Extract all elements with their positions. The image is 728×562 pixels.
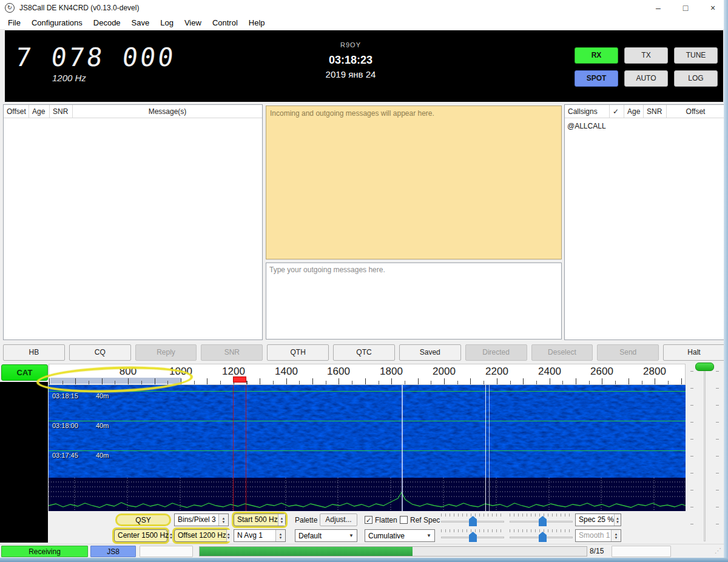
zoom-slider-ticks-right (716, 371, 719, 541)
halt-button[interactable]: Halt (663, 344, 725, 361)
tune-button[interactable]: TUNE (674, 47, 718, 64)
resize-grip-icon[interactable]: ⋰ (715, 547, 721, 555)
chevron-down-icon: ▼ (426, 533, 434, 538)
spinner-arrows-icon[interactable]: ▲▼ (169, 530, 173, 541)
call-activity-header: Callsigns ✓ Age SNR Offset (565, 105, 724, 118)
spinner-arrows-icon[interactable]: ▲▼ (218, 514, 228, 526)
rig-panel: 7 078 000 1200 Hz R9OY 03:18:23 2019 янв… (5, 30, 723, 102)
waterfall-timestamp: 03:17:45 40m (52, 452, 109, 459)
frequency-display[interactable]: 7 078 000 (14, 42, 178, 72)
hb-button[interactable]: HB (3, 344, 65, 361)
tx-button[interactable]: TX (624, 47, 668, 64)
center-frequency-spinner[interactable]: Center 1500 Hz ▲▼ (114, 529, 167, 542)
menu-decode[interactable]: Decode (88, 18, 126, 27)
timestamp-time: 03:18:00 (52, 422, 78, 429)
start-frequency-spinner[interactable]: Start 500 Hz ▲▼ (234, 513, 286, 526)
menu-view[interactable]: View (179, 18, 207, 27)
slider-handle[interactable] (539, 516, 547, 526)
spinner-arrows-icon[interactable]: ▲▼ (275, 530, 285, 541)
adjust-button[interactable]: Adjust... (320, 513, 357, 526)
menu-help[interactable]: Help (243, 18, 271, 27)
col-callsigns[interactable]: Callsigns (565, 105, 610, 118)
utc-date: 2019 янв 24 (260, 69, 442, 79)
col-messages[interactable]: Message(s) (73, 105, 262, 118)
n-avg-spinner[interactable]: N Avg 1 ▲▼ (234, 529, 286, 542)
ref-spec-checkbox[interactable]: Ref Spec (400, 513, 440, 526)
menu-configurations[interactable]: Configurations (26, 18, 88, 27)
checkbox-checked-icon[interactable]: ✓ (365, 516, 372, 524)
menu-save[interactable]: Save (126, 18, 155, 27)
selected-offset-marker[interactable] (233, 376, 246, 383)
app-icon: ↻ (5, 3, 15, 13)
minimize-button[interactable]: – (648, 0, 669, 16)
smooth-spinner: Smooth 1 ▲▼ (575, 529, 621, 542)
cat-status-button[interactable]: CAT (1, 364, 48, 381)
frequency-scale[interactable]: 800 1000 1200 1400 1600 1800 2000 2200 2… (49, 364, 686, 385)
outgoing-message-input[interactable] (266, 263, 562, 340)
interval-line (49, 450, 686, 451)
slider-handle[interactable] (469, 516, 477, 526)
spinner-arrows-icon[interactable]: ▲▼ (278, 514, 285, 526)
spinner-arrows-icon[interactable]: ▲▼ (614, 514, 621, 526)
interval-line (49, 391, 686, 392)
saved-button[interactable]: Saved (399, 344, 461, 361)
tx-rx-progress-bar (199, 546, 587, 557)
band-activity-panel[interactable]: Offset Age SNR Message(s) (3, 104, 263, 340)
zoom-slider-handle[interactable] (695, 363, 714, 371)
window-title: JS8Call DE KN4CRD (v0.13.0-devel) (19, 4, 139, 12)
palette-label: Palette (295, 516, 317, 524)
offset-frequency-spinner[interactable]: Offset 1200 Hz ▲▼ (174, 529, 229, 542)
col-snr[interactable]: SNR (50, 105, 73, 118)
col-offset2[interactable]: Offset (667, 105, 724, 118)
checkbox-unchecked-icon[interactable] (400, 516, 408, 524)
waterfall-offset-slider[interactable] (510, 513, 573, 526)
palette-dropdown[interactable]: Default ▼ (295, 529, 357, 542)
dx-callsign: R9OY (260, 41, 442, 49)
timestamp-band: 40m (96, 392, 109, 400)
call-activity-row-allcall[interactable]: @ALLCALL (565, 118, 724, 134)
menu-file[interactable]: File (2, 18, 26, 27)
col-age2[interactable]: Age (624, 105, 644, 118)
spectrum-display[interactable] (49, 478, 686, 511)
spot-button[interactable]: SPOT (575, 70, 618, 87)
auto-button[interactable]: AUTO (624, 70, 668, 87)
qth-button[interactable]: QTH (267, 344, 329, 361)
incoming-messages-area[interactable]: Incoming and outgoing messages will appe… (266, 105, 562, 259)
scale-1800: 1800 (380, 366, 403, 378)
spectrum-mode-dropdown[interactable]: Cumulative ▼ (365, 529, 435, 542)
scale-1400: 1400 (275, 366, 298, 378)
spec-percent-spinner[interactable]: Spec 25 % ▲▼ (575, 513, 621, 526)
waterfall-display[interactable]: 03:18:15 40m 03:18:00 40m 03:17:45 40m (49, 385, 686, 478)
scale-2400: 2400 (538, 366, 561, 378)
slider-handle[interactable] (469, 532, 477, 542)
col-snr2[interactable]: SNR (644, 105, 667, 118)
mode-badge: JS8 (90, 546, 136, 557)
zoom-slider-track[interactable] (704, 364, 706, 541)
cq-button[interactable]: CQ (69, 344, 131, 361)
menu-log[interactable]: Log (155, 18, 179, 27)
call-activity-panel[interactable]: Callsigns ✓ Age SNR Offset @ALLCALL (564, 104, 725, 340)
flatten-checkbox[interactable]: ✓ Flatten (365, 513, 397, 526)
slider-handle[interactable] (539, 532, 547, 542)
col-age[interactable]: Age (29, 105, 50, 118)
spinner-arrows-icon[interactable]: ▲▼ (226, 530, 231, 541)
qsy-button[interactable]: QSY (115, 513, 171, 526)
col-check[interactable]: ✓ (610, 105, 624, 118)
scale-2600: 2600 (590, 366, 613, 378)
spectrum-offset-slider[interactable] (510, 529, 573, 542)
waterfall-gain-slider[interactable] (441, 513, 504, 526)
menu-control[interactable]: Control (207, 18, 243, 27)
bins-pixel-spinner[interactable]: Bins/Pixel 3 ▲▼ (174, 513, 229, 526)
spectrum-gain-slider[interactable] (441, 529, 504, 542)
offset-left-marker-line (233, 385, 234, 511)
waterfall-timestamp: 03:18:15 40m (52, 392, 109, 400)
timestamp-time: 03:18:15 (52, 392, 78, 400)
close-button[interactable]: × (703, 0, 723, 16)
timestamp-band: 40m (96, 452, 109, 459)
progress-fill (200, 547, 413, 556)
rx-button[interactable]: RX (575, 47, 618, 64)
log-button[interactable]: LOG (674, 70, 718, 87)
maximize-button[interactable]: □ (675, 0, 696, 16)
col-offset[interactable]: Offset (4, 105, 29, 118)
qtc-button[interactable]: QTC (333, 344, 395, 361)
